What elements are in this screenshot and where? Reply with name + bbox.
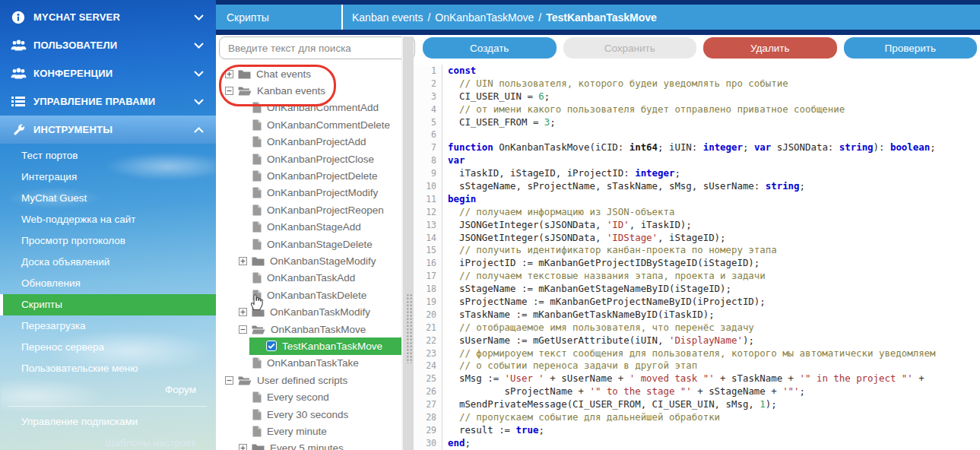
tree-item-onkanbanprojectmodify[interactable]: OnKanbanProjectModify — [216, 185, 401, 201]
breadcrumb-current: TestKanbanTaskMove — [546, 11, 657, 24]
code-text: sStageName := mKanbanGetStageNameByID(iS… — [442, 283, 731, 296]
tree-item-onkanbantasktake[interactable]: OnKanbanTaskTake — [216, 355, 401, 372]
sidebar-item-перенос-сервера[interactable]: Перенос сервера — [0, 337, 216, 358]
code-text: // получаем текстовые названия этапа, пр… — [442, 270, 766, 283]
panel-splitter[interactable] — [401, 36, 414, 450]
tree-item-chat-events[interactable]: Chat events — [216, 65, 401, 82]
code-text: const — [442, 65, 476, 78]
sidebar-section-конференции[interactable]: КОНФЕРЕНЦИИ — [0, 59, 216, 87]
tree-item-every-second[interactable]: Every second — [216, 388, 401, 405]
toggle-expand-icon[interactable] — [239, 308, 247, 316]
file-icon — [252, 272, 262, 284]
toggle-collapse-icon[interactable] — [225, 376, 233, 385]
tree-item-onkanbantaskdelete[interactable]: OnKanbanTaskDelete — [216, 287, 401, 303]
line-number: 14 — [414, 232, 442, 245]
toggle-expand-icon[interactable] — [239, 444, 247, 450]
file-icon — [252, 204, 262, 216]
line-number: 7 — [414, 141, 442, 154]
code-line: 23 // формироуем текст сообщения для пол… — [414, 347, 980, 360]
tree-item-onkanbanprojectadd[interactable]: OnKanbanProjectAdd — [216, 134, 401, 151]
sidebar-item-форум[interactable]: Форум — [0, 379, 216, 401]
line-number: 3 — [414, 90, 442, 103]
tree-item-onkanbanstageadd[interactable]: OnKanbanStageAdd — [216, 219, 401, 236]
code-line: 29 result := true; — [414, 424, 980, 437]
breadcrumb-item[interactable]: OnKanbanTaskMove — [435, 11, 534, 24]
tree-item-label: OnKanbanProjectDelete — [267, 170, 378, 182]
удалить-button[interactable]: Удалить — [703, 37, 837, 59]
tree-item-testkanbantaskmove[interactable]: TestKanbanTaskMove — [249, 338, 401, 354]
sidebar-item-скрипты[interactable]: Скрипты — [0, 294, 216, 315]
code-line: 30end; — [414, 437, 980, 450]
tree-item-every-30-seconds[interactable]: Every 30 seconds — [216, 406, 401, 423]
tree-item-onkanbancommentdelete[interactable]: OnKanbanCommentDelete — [216, 116, 401, 133]
tree-item-kanban-events[interactable]: Kanban events — [216, 82, 401, 99]
tree-item-user-defined-scripts[interactable]: User defined scripts — [216, 372, 401, 388]
tree-item-label: Kanban events — [257, 85, 325, 97]
sidebar-item-интеграция[interactable]: Интеграция — [0, 166, 216, 188]
sidebar-section-управление-правами[interactable]: УПРАВЛЕНИЕ ПРАВАМИ — [0, 87, 216, 116]
tree-item-onkanbancommentadd[interactable]: OnKanbanCommentAdd — [216, 100, 401, 116]
code-line: 4 // от имени какого пользователя будет … — [414, 103, 980, 116]
code-text: end; — [442, 437, 471, 450]
tree-item-label: OnKanbanTaskAdd — [267, 272, 355, 284]
sidebar-menu-items: Тест портовИнтеграцияMyChat GuestWeb-под… — [0, 144, 216, 450]
sidebar-section-инструменты[interactable]: ИНСТРУМЕНТЫ — [0, 116, 216, 144]
sidebar-item-управление-подписками[interactable]: Управление подписками — [0, 411, 216, 433]
code-line: 7function OnKanbanTaskMove(iCID: int64; … — [414, 141, 980, 154]
breadcrumb-separator: / — [427, 11, 430, 24]
line-number: 29 — [414, 424, 442, 437]
sidebar-item-web-поддержка-на-сайт[interactable]: Web-поддержка на сайт — [0, 209, 216, 230]
file-icon — [252, 154, 262, 165]
code-text: // получаем информацию из JSON-объекта — [442, 206, 674, 219]
line-number: 21 — [414, 322, 442, 334]
tree-item-onkanbantaskmove[interactable]: OnKanbanTaskMove — [216, 321, 401, 338]
toggle-collapse-icon[interactable] — [239, 325, 247, 334]
tree-item-label: OnKanbanProjectClose — [267, 154, 374, 165]
sidebar-item-тест-портов[interactable]: Тест портов — [0, 145, 216, 166]
проверить-button[interactable]: Проверить — [844, 37, 978, 59]
sidebar-item-шаблоны-настроек[interactable]: Шаблоны настроек — [0, 433, 216, 450]
code-line: 8var — [414, 154, 980, 167]
sidebar-section-mychat-server[interactable]: MYCHAT SERVER — [0, 3, 216, 31]
code-text: // UIN пользователя, которого будеи увед… — [442, 78, 788, 90]
tree-item-onkanbanstagedelete[interactable]: OnKanbanStageDelete — [216, 236, 401, 252]
tree-item-onkanbantaskmodify[interactable]: OnKanbanTaskModify — [216, 303, 401, 320]
splitter-drag-handle-icon[interactable] — [406, 293, 413, 363]
создать-button[interactable]: Создать — [423, 37, 557, 59]
line-number: 11 — [414, 193, 442, 206]
sidebar-item-mychat-guest[interactable]: MyChat Guest — [0, 188, 216, 209]
code-line: 3 CI_USER_UIN = 6; — [414, 90, 980, 103]
breadcrumb-item[interactable]: Kanban events — [352, 11, 423, 24]
toolbar-buttons: СоздатьСохранитьУдалитьПроверить — [423, 37, 977, 59]
tree-item-onkanbanprojectdelete[interactable]: OnKanbanProjectDelete — [216, 167, 401, 184]
search-input[interactable] — [219, 36, 415, 59]
code-editor[interactable]: 1const2 // UIN пользователя, которого бу… — [414, 65, 980, 450]
file-icon — [252, 136, 262, 147]
tree-item-every-minute[interactable]: Every minute — [216, 423, 401, 439]
tree-item-onkanbanprojectreopen[interactable]: OnKanbanProjectReopen — [216, 201, 401, 218]
checkbox-checked-icon[interactable] — [266, 341, 277, 351]
line-number: 4 — [414, 103, 442, 116]
folder-open-icon — [252, 325, 265, 334]
sidebar-item-обновления[interactable]: Обновления — [0, 273, 216, 294]
line-number: 28 — [414, 411, 442, 424]
sidebar-item-доска-объявлений[interactable]: Доска объявлений — [0, 252, 216, 273]
code-line: 19 sProjectName := mKanbanGetProjectName… — [414, 296, 980, 309]
code-text: // получить идентификатор канбан-проекта… — [442, 244, 777, 257]
tree-item-label: OnKanbanStageDelete — [267, 239, 373, 250]
tab-scripts[interactable]: Скрипты — [216, 5, 343, 30]
sidebar-item-пользовательские-меню[interactable]: Пользовательские меню — [0, 358, 216, 379]
code-line: 28 // пропускаем событие для дальнейшей … — [414, 411, 980, 424]
sidebar-section-пользователи[interactable]: ПОЛЬЗОВАТЕЛИ — [0, 31, 216, 59]
toggle-expand-icon[interactable] — [225, 70, 233, 78]
toggle-collapse-icon[interactable] — [225, 87, 233, 95]
sidebar-item-перезагрузка[interactable]: Перезагрузка — [0, 315, 216, 337]
tree-item-onkanbanprojectclose[interactable]: OnKanbanProjectClose — [216, 151, 401, 167]
tree-item-onkanbantaskadd[interactable]: OnKanbanTaskAdd — [216, 270, 401, 287]
toggle-expand-icon[interactable] — [239, 257, 247, 265]
tree-item-every-5-minutes[interactable]: Every 5 minutes — [216, 440, 401, 450]
sidebar-section-label: ИНСТРУМЕНТЫ — [33, 124, 194, 135]
tree-item-label: Every minute — [267, 426, 327, 437]
tree-item-onkanbanstagemodify[interactable]: OnKanbanStageModify — [216, 252, 401, 269]
sidebar-item-просмотр-протоколов[interactable]: Просмотр протоколов — [0, 230, 216, 252]
